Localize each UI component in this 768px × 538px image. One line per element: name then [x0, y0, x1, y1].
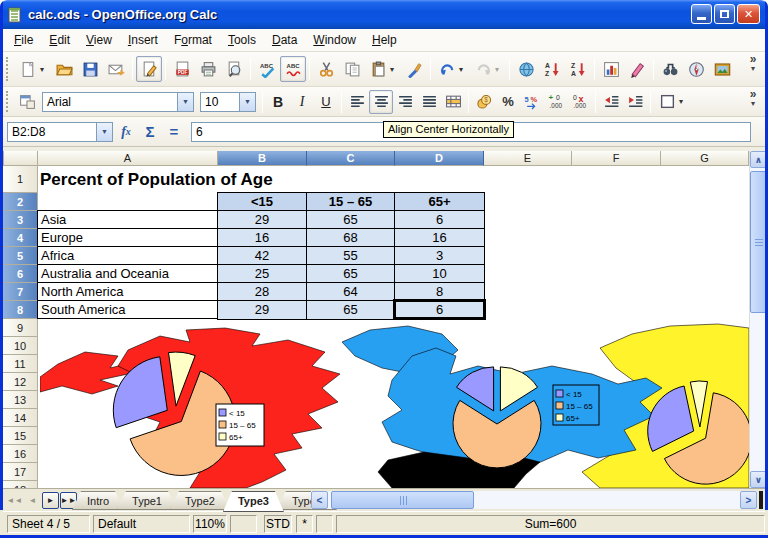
- sort-ascending-button[interactable]: AZ: [539, 56, 565, 82]
- bold-button[interactable]: B: [266, 90, 290, 114]
- select-all-corner[interactable]: [3, 151, 38, 166]
- horizontal-scrollbar[interactable]: < >: [311, 491, 757, 509]
- font-size-combo[interactable]: 10▼: [200, 92, 256, 112]
- sum-button[interactable]: Σ: [139, 121, 161, 143]
- row-header-7[interactable]: 7: [3, 283, 38, 301]
- navigator-button[interactable]: [683, 56, 709, 82]
- sheet-tab-intro[interactable]: Intro: [72, 491, 124, 510]
- show-draw-functions-button[interactable]: [624, 56, 650, 82]
- insert-chart-button[interactable]: [598, 56, 624, 82]
- decrease-indent-button[interactable]: [599, 90, 623, 114]
- table-cell[interactable]: 65: [307, 301, 395, 319]
- name-box[interactable]: B2:D8 ▼: [7, 122, 113, 142]
- underline-button[interactable]: U: [314, 90, 338, 114]
- vertical-scrollbar[interactable]: ∧ ∨: [749, 151, 765, 488]
- column-header-a[interactable]: A: [38, 151, 218, 166]
- spreadsheet-grid[interactable]: ABCDEFG 123456789101112131415161718 Perc…: [3, 147, 765, 488]
- menu-data[interactable]: Data: [264, 30, 305, 50]
- page-preview-button[interactable]: [221, 56, 247, 82]
- table-cell[interactable]: 65: [307, 265, 395, 283]
- sheet-tab-type3[interactable]: Type3: [223, 491, 284, 512]
- row-header-15[interactable]: 15: [3, 427, 38, 445]
- row-header-2[interactable]: 2: [3, 193, 38, 211]
- styles-button[interactable]: [15, 90, 39, 114]
- toolbar-overflow-button[interactable]: »▾: [745, 89, 761, 109]
- align-justify-button[interactable]: [417, 90, 441, 114]
- add-decimal-button[interactable]: +0.000: [544, 90, 568, 114]
- status-sum[interactable]: Sum=600: [336, 515, 765, 533]
- number-format-standard-button[interactable]: 5%: [520, 90, 544, 114]
- row-header-16[interactable]: 16: [3, 445, 38, 463]
- export-pdf-button[interactable]: PDF: [169, 56, 195, 82]
- column-header-d[interactable]: D: [395, 151, 484, 166]
- new-document-button[interactable]: ▾: [15, 56, 51, 82]
- table-cell[interactable]: 6: [395, 211, 484, 229]
- vertical-scroll-thumb[interactable]: [750, 171, 765, 313]
- maximize-button[interactable]: [714, 4, 735, 24]
- table-cell[interactable]: 28: [218, 283, 307, 301]
- table-cell[interactable]: 68: [307, 229, 395, 247]
- spellcheck-button[interactable]: ABC: [254, 56, 280, 82]
- italic-button[interactable]: I: [290, 90, 314, 114]
- borders-button[interactable]: ▾: [654, 90, 690, 114]
- scroll-left-icon[interactable]: <: [311, 491, 328, 509]
- gallery-button[interactable]: [709, 56, 735, 82]
- status-selection-mode[interactable]: STD: [264, 515, 292, 533]
- menu-edit[interactable]: Edit: [41, 30, 78, 50]
- row-header-12[interactable]: 12: [3, 373, 38, 391]
- edit-file-button[interactable]: [136, 56, 162, 82]
- dropdown-caret[interactable]: ▾: [38, 65, 47, 74]
- toolbar-grip[interactable]: [6, 91, 11, 111]
- table-header-cell[interactable]: 15 – 65: [307, 193, 395, 211]
- cut-button[interactable]: [313, 56, 339, 82]
- save-button[interactable]: [77, 56, 103, 82]
- row-header-1[interactable]: 1: [3, 166, 38, 193]
- cell-a1-title[interactable]: Percent of Population of Age: [40, 166, 281, 193]
- delete-decimal-button[interactable]: 0x.000: [568, 90, 592, 114]
- table-cell[interactable]: 42: [218, 247, 307, 265]
- menu-insert[interactable]: Insert: [120, 30, 166, 50]
- table-cell[interactable]: 16: [218, 229, 307, 247]
- row-header-10[interactable]: 10: [3, 337, 38, 355]
- row-header-4[interactable]: 4: [3, 229, 38, 247]
- row-header-9[interactable]: 9: [3, 319, 38, 337]
- scroll-right-icon[interactable]: >: [740, 491, 757, 509]
- scroll-down-icon[interactable]: ∨: [750, 471, 765, 488]
- copy-button[interactable]: [339, 56, 365, 82]
- menu-view[interactable]: View: [78, 30, 120, 50]
- minimize-button[interactable]: [691, 4, 712, 24]
- region-name-cell[interactable]: Asia: [38, 211, 217, 229]
- split-handle[interactable]: [759, 491, 763, 509]
- region-name-cell[interactable]: South America: [38, 301, 217, 318]
- region-name-cell[interactable]: Africa: [38, 247, 217, 265]
- table-header-cell[interactable]: 65+: [395, 193, 484, 211]
- find-replace-button[interactable]: [657, 56, 683, 82]
- world-map-chart[interactable]: < 1515 – 6565+< 1515 – 6565+: [40, 322, 749, 488]
- toolbar-overflow-button[interactable]: »▾: [745, 54, 761, 74]
- paste-button[interactable]: ▾: [365, 56, 401, 82]
- sheet-tab-type2[interactable]: Type2: [170, 491, 230, 510]
- print-button[interactable]: [195, 56, 221, 82]
- dropdown-caret[interactable]: ▾: [388, 65, 397, 74]
- row-header-8[interactable]: 8: [3, 301, 38, 319]
- function-equals-button[interactable]: =: [163, 121, 185, 143]
- dropdown-caret[interactable]: ▾: [457, 65, 466, 74]
- column-header-g[interactable]: G: [661, 151, 749, 166]
- table-cell[interactable]: 65: [307, 211, 395, 229]
- align-right-button[interactable]: [393, 90, 417, 114]
- chevron-down-icon[interactable]: ▼: [96, 123, 112, 141]
- email-button[interactable]: [103, 56, 129, 82]
- row-header-18[interactable]: 18: [3, 481, 38, 488]
- dropdown-caret[interactable]: ▾: [677, 97, 686, 106]
- region-name-column[interactable]: AsiaEuropeAfricaAustralia and OceaniaNor…: [37, 210, 218, 319]
- row-header-5[interactable]: 5: [3, 247, 38, 265]
- table-cell[interactable]: 55: [307, 247, 395, 265]
- row-header-14[interactable]: 14: [3, 409, 38, 427]
- column-header-e[interactable]: E: [484, 151, 572, 166]
- next-sheet-button[interactable]: ►: [42, 492, 59, 509]
- font-name-combo[interactable]: Arial▼: [42, 92, 194, 112]
- menu-tools[interactable]: Tools: [220, 30, 264, 50]
- region-name-cell[interactable]: Europe: [38, 229, 217, 247]
- table-cell[interactable]: 3: [395, 247, 484, 265]
- row-header-3[interactable]: 3: [3, 211, 38, 229]
